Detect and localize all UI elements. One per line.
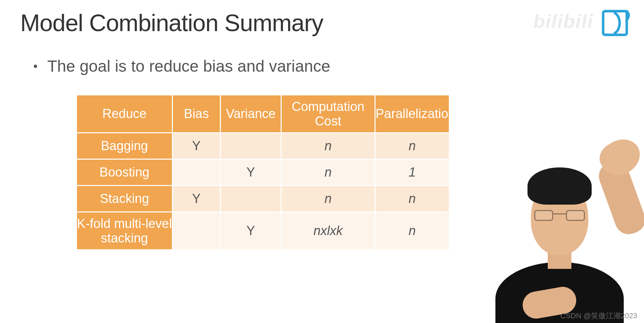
- cell-variance: [221, 133, 281, 159]
- cell-bias: Y: [173, 186, 221, 212]
- svg-rect-0: [603, 11, 627, 35]
- cell-parallel: n: [375, 186, 449, 212]
- comparison-table: Reduce Bias Variance Computation Cost Pa…: [76, 94, 449, 250]
- row-label: Bagging: [77, 133, 173, 159]
- table-row: Boosting Y n 1: [77, 159, 449, 186]
- bullet-text: The goal is to reduce bias and variance: [47, 57, 330, 75]
- cell-variance: Y: [221, 212, 281, 250]
- cell-parallel: 1: [375, 159, 449, 186]
- cell-bias: [173, 159, 221, 186]
- brand-logo: [599, 7, 630, 39]
- row-label: K-fold multi-level stacking: [77, 212, 173, 250]
- header-variance: Variance: [221, 95, 281, 133]
- cell-cost: n: [281, 186, 375, 212]
- table-row: Stacking Y n n: [77, 186, 449, 212]
- bullet-dot-icon: [34, 65, 37, 68]
- cell-parallel: n: [375, 212, 449, 250]
- cell-cost: n: [281, 159, 375, 186]
- cell-cost: nxlxk: [281, 212, 375, 250]
- cell-bias: [173, 212, 221, 250]
- presenter-figure: [485, 161, 634, 323]
- cell-bias: Y: [173, 133, 221, 159]
- csdn-watermark: CSDN @笑傲江湖2023: [560, 311, 637, 321]
- table-row: K-fold multi-level stacking Y nxlxk n: [77, 212, 449, 250]
- header-bias: Bias: [173, 95, 221, 133]
- row-label: Boosting: [77, 159, 173, 186]
- cell-variance: Y: [221, 159, 281, 186]
- header-computation: Computation Cost: [281, 95, 375, 133]
- cell-cost: n: [281, 133, 375, 159]
- slide: bilibili Model Combination Summary The g…: [0, 0, 644, 323]
- header-reduce: Reduce: [77, 95, 173, 133]
- bilibili-watermark: bilibili: [533, 10, 593, 32]
- table-row: Bagging Y n n: [77, 133, 449, 159]
- row-label: Stacking: [77, 186, 173, 212]
- cell-parallel: n: [375, 133, 449, 159]
- header-parallelization: Parallelization: [375, 95, 449, 133]
- bullet-row: The goal is to reduce bias and variance: [34, 57, 624, 75]
- cell-variance: [221, 186, 281, 212]
- table-header-row: Reduce Bias Variance Computation Cost Pa…: [77, 95, 449, 133]
